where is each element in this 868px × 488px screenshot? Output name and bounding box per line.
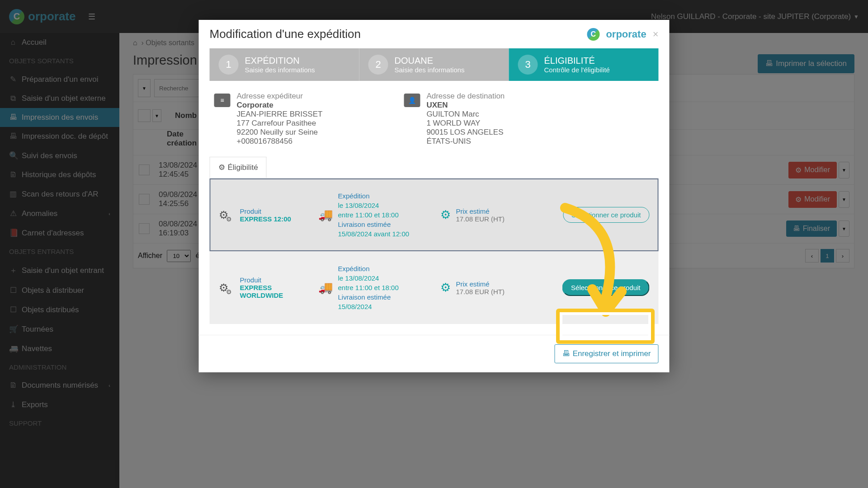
- select-product-button[interactable]: Sélectionner ce produit: [562, 279, 649, 296]
- step-douane[interactable]: 2 DOUANESaisie des informations: [359, 48, 509, 81]
- product-price: 17.08 EUR (HT): [456, 215, 505, 223]
- product-price: 17.08 EUR (HT): [456, 288, 505, 296]
- product-list: ⚙⚙ Produit EXPRESS 12:00 🚚 Expédition le…: [210, 178, 659, 324]
- id-card-icon: 👤: [404, 94, 420, 107]
- truck-icon: 🚚: [318, 281, 333, 295]
- gears-icon: ⚙⚙: [219, 209, 235, 221]
- product-row: ⚙⚙ Produit EXPRESS WORLDWIDE 🚚 Expéditio…: [210, 251, 659, 324]
- product-name: EXPRESS WORLDWIDE: [240, 284, 309, 299]
- print-icon: 🖶: [562, 349, 570, 358]
- close-icon[interactable]: ×: [653, 28, 659, 40]
- gear-icon: ⚙: [440, 208, 451, 222]
- product-label: Produit: [240, 207, 291, 215]
- brand-logo-text: orporate: [606, 28, 646, 40]
- gear-icon: ⚙: [440, 281, 451, 295]
- addresses: ≡ Adresse expéditeur Corporate JEAN-PIER…: [210, 81, 659, 157]
- gears-icon: ⚙⚙: [219, 282, 235, 294]
- save-and-print-button[interactable]: 🖶 Enregistrer et imprimer: [555, 344, 659, 363]
- destination-address: 👤 Adresse de destination UXEN GUILTON Ma…: [404, 92, 505, 146]
- modal-title: Modification d'une expédition: [210, 27, 361, 41]
- product-name: EXPRESS 12:00: [240, 215, 291, 223]
- tab-bar: ⚙ Éligibilité: [210, 157, 659, 178]
- stepper: 1 EXPÉDITIONSaisie des informations 2 DO…: [210, 48, 659, 81]
- sender-address: ≡ Adresse expéditeur Corporate JEAN-PIER…: [214, 92, 323, 146]
- product-row: ⚙⚙ Produit EXPRESS 12:00 🚚 Expédition le…: [210, 178, 659, 251]
- brand-logo-icon: C: [587, 28, 599, 41]
- truck-icon: 🚚: [318, 208, 333, 222]
- tab-eligibilite[interactable]: ⚙ Éligibilité: [210, 157, 267, 178]
- product-label: Produit: [240, 276, 309, 284]
- select-product-button[interactable]: Sélectionner ce produit: [563, 207, 649, 223]
- step-expedition[interactable]: 1 EXPÉDITIONSaisie des informations: [210, 48, 359, 81]
- gears-icon: ⚙: [218, 163, 225, 172]
- step-eligibilite[interactable]: 3 ÉLIGIBILITÉContrôle de l'éligibilité: [509, 48, 659, 81]
- address-card-icon: ≡: [214, 94, 231, 107]
- modal-edit-expedition: Modification d'une expédition C orporate…: [199, 20, 670, 372]
